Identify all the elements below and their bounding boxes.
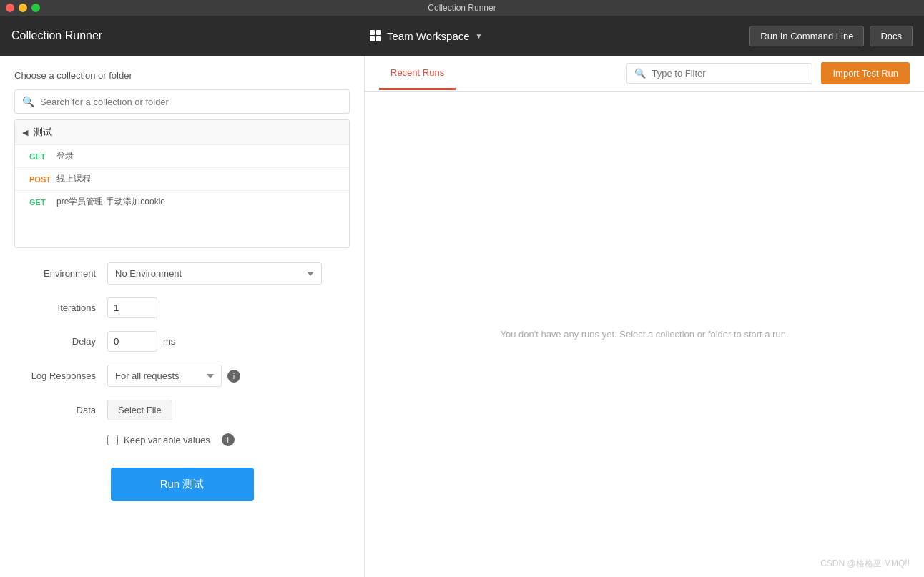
method-badge-post: POST <box>29 175 51 184</box>
header-actions: Run In Command Line Docs <box>749 26 913 46</box>
delay-control: ms <box>107 331 350 352</box>
method-badge-get: GET <box>29 198 51 207</box>
delay-row: Delay ms <box>14 331 350 352</box>
filter-search-icon: 🔍 <box>634 68 646 79</box>
docs-button[interactable]: Docs <box>870 26 913 46</box>
close-button[interactable] <box>6 4 14 12</box>
empty-state-message: You don't have any runs yet. Select a co… <box>500 329 788 340</box>
footer-watermark: CSDN @格格巫 MMQ!! <box>820 558 910 570</box>
collection-tree: ◀ 测试 GET 登录 POST 线上课程 GET pre学员管理-手动添加co… <box>14 119 350 248</box>
iterations-control <box>107 297 350 318</box>
search-icon: 🔍 <box>22 96 34 107</box>
request-name: 线上课程 <box>56 173 91 185</box>
maximize-button[interactable] <box>31 4 40 12</box>
run-in-command-line-button[interactable]: Run In Command Line <box>749 26 864 46</box>
iterations-label: Iterations <box>14 302 107 313</box>
header: Collection Runner Team Workspace ▼ Run I… <box>0 16 924 56</box>
choose-collection-label: Choose a collection or folder <box>14 70 350 81</box>
filter-box: 🔍 <box>626 63 812 84</box>
workspace-selector[interactable]: Team Workspace ▼ <box>370 30 483 42</box>
method-badge-get: GET <box>29 152 51 161</box>
delay-input[interactable] <box>107 331 157 352</box>
collapse-arrow-icon: ◀ <box>22 128 28 137</box>
list-item[interactable]: GET pre学员管理-手动添加cookie <box>15 191 349 213</box>
titlebar: Collection Runner <box>0 0 924 16</box>
request-name: pre学员管理-手动添加cookie <box>56 196 165 208</box>
iterations-row: Iterations <box>14 297 350 318</box>
tab-recent-runs[interactable]: Recent Runs <box>379 57 456 90</box>
environment-label: Environment <box>14 268 107 279</box>
list-item[interactable]: GET 登录 <box>15 145 349 168</box>
app-title: Collection Runner <box>11 29 102 42</box>
select-file-button[interactable]: Select File <box>107 400 172 420</box>
iterations-input[interactable] <box>107 297 157 318</box>
log-responses-row: Log Responses For all requests For faile… <box>14 365 350 387</box>
data-label: Data <box>14 405 107 415</box>
titlebar-title: Collection Runner <box>428 3 496 13</box>
list-item[interactable]: POST 线上课程 <box>15 168 349 191</box>
import-test-run-button[interactable]: Import Test Run <box>821 62 910 84</box>
log-responses-control: For all requests For failed requests Non… <box>107 365 350 387</box>
filter-input[interactable] <box>652 68 805 79</box>
keep-variable-checkbox[interactable] <box>107 435 118 445</box>
collection-name: 测试 <box>34 126 52 139</box>
environment-row: Environment No Environment <box>14 262 350 285</box>
keep-variable-info-icon[interactable]: i <box>222 433 235 446</box>
workspace-chevron-icon: ▼ <box>476 32 483 40</box>
log-responses-label: Log Responses <box>14 370 107 381</box>
right-panel-header: Recent Runs 🔍 Import Test Run <box>365 56 924 92</box>
environment-select[interactable]: No Environment <box>107 262 322 285</box>
run-button[interactable]: Run 测试 <box>111 468 254 501</box>
keep-variable-row: Keep variable values i <box>107 433 350 446</box>
workspace-name: Team Workspace <box>387 30 470 42</box>
minimize-button[interactable] <box>19 4 27 12</box>
data-row: Data Select File <box>14 400 350 420</box>
collection-parent-item[interactable]: ◀ 测试 <box>15 120 349 145</box>
tabs: Recent Runs <box>379 57 456 89</box>
search-input[interactable] <box>40 97 342 107</box>
request-name: 登录 <box>56 150 74 162</box>
delay-label: Delay <box>14 336 107 347</box>
right-panel: Recent Runs 🔍 Import Test Run You don't … <box>365 56 924 577</box>
ms-unit-label: ms <box>163 336 175 347</box>
data-control: Select File <box>107 400 350 420</box>
environment-control: No Environment <box>107 262 350 285</box>
workspace-icon <box>370 30 381 41</box>
left-panel: Choose a collection or folder 🔍 ◀ 测试 GET… <box>0 56 365 577</box>
main-layout: Choose a collection or folder 🔍 ◀ 测试 GET… <box>0 56 924 577</box>
search-box: 🔍 <box>14 89 350 114</box>
empty-state: You don't have any runs yet. Select a co… <box>365 92 924 577</box>
keep-variable-label: Keep variable values <box>124 435 210 445</box>
log-responses-info-icon[interactable]: i <box>227 370 240 383</box>
log-responses-select[interactable]: For all requests For failed requests Non… <box>107 365 222 387</box>
traffic-lights <box>6 4 40 12</box>
